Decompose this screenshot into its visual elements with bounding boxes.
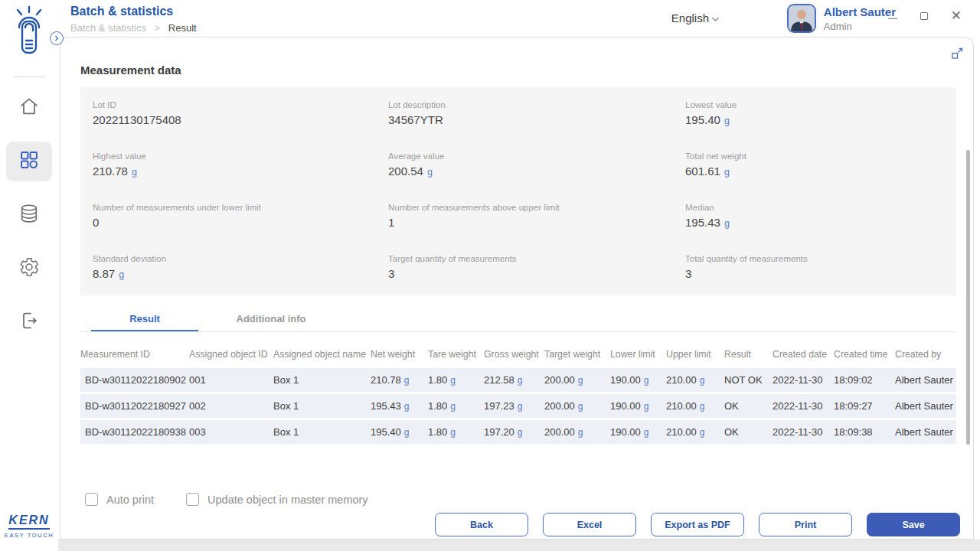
cell-created-date: 2022-11-30: [773, 400, 834, 412]
field-value: 3: [685, 267, 956, 280]
cell-object-id: 002: [189, 400, 273, 412]
field-value: 20221130175408: [93, 113, 388, 126]
auto-print-label: Auto print: [106, 494, 154, 506]
cell-net-weight: 210.78g: [371, 374, 428, 386]
field-value: 0: [93, 216, 388, 229]
window-controls: ✕: [888, 12, 962, 20]
options-row: Auto print Update object in master memor…: [85, 493, 368, 506]
table-body: BD-w30112022180902 001 Box 1 210.78g 1.8…: [80, 368, 956, 444]
cell-upper-limit: 210.00g: [666, 426, 724, 438]
tab-additional-info[interactable]: Additional info: [198, 309, 344, 331]
cell-created-date: 2022-11-30: [773, 426, 834, 438]
cell-net-weight: 195.43g: [371, 400, 428, 412]
sidebar-item-apps[interactable]: [6, 142, 52, 181]
table-column-header: Created by: [895, 349, 956, 360]
table-column-header: Target weight: [544, 349, 610, 360]
maximize-button[interactable]: [920, 12, 928, 20]
cell-lower-limit: 190.00g: [610, 426, 666, 438]
cell-upper-limit: 210.00g: [666, 400, 724, 412]
sidebar-item-logout[interactable]: [6, 302, 52, 342]
excel-button[interactable]: Excel: [543, 513, 636, 536]
chevron-down-icon: [711, 11, 720, 24]
export-pdf-button[interactable]: Export as PDF: [651, 513, 744, 536]
cell-net-weight: 195.40g: [371, 426, 428, 438]
tab-result[interactable]: Result: [91, 309, 198, 331]
summary-field: Lot ID 20221130175408: [93, 100, 388, 152]
table-row[interactable]: BD-w30112022180927 002 Box 1 195.43g 1.8…: [80, 394, 956, 418]
sidebar-item-home[interactable]: [6, 88, 52, 128]
table-column-header: Net weight: [371, 349, 428, 360]
content-card: Measurement data Lot ID 20221130175408 L…: [60, 37, 974, 540]
cell-result: NOT OK: [724, 374, 773, 386]
table-column-header: Assigned object name: [273, 349, 371, 360]
apps-grid-icon: [18, 149, 40, 174]
minimize-button[interactable]: [888, 13, 897, 19]
cell-measurement-id: BD-w30112022180938: [80, 426, 189, 438]
expand-fullscreen-icon[interactable]: [951, 47, 964, 63]
cell-object-name: Box 1: [273, 374, 371, 386]
summary-field: Standard deviation 8.87g: [93, 254, 388, 305]
measurements-table: Measurement IDAssigned object IDAssigned…: [80, 344, 956, 446]
unit-label: g: [132, 167, 137, 178]
section-title: Measurement data: [80, 64, 181, 77]
cell-object-name: Box 1: [273, 400, 371, 412]
field-value: 601.61g: [685, 165, 956, 178]
print-button[interactable]: Print: [759, 513, 852, 536]
sidebar-item-settings[interactable]: [6, 249, 52, 289]
kern-logo-text: KERN: [8, 514, 49, 530]
summary-field: Number of measurements above upper limit…: [388, 203, 685, 254]
unit-label: g: [724, 218, 730, 229]
save-button[interactable]: Save: [867, 513, 960, 536]
cell-object-id: 001: [189, 374, 273, 386]
summary-field: Number of measurements under lower limit…: [93, 203, 388, 254]
sidebar-expand-button[interactable]: [50, 31, 64, 45]
field-value: 200.54g: [388, 165, 685, 178]
cell-created-date: 2022-11-30: [773, 374, 834, 386]
table-row[interactable]: BD-w30112022180902 001 Box 1 210.78g 1.8…: [80, 368, 956, 392]
language-selector[interactable]: English: [671, 11, 720, 24]
vertical-scrollbar[interactable]: [966, 150, 970, 445]
user-role: Admin: [824, 21, 896, 32]
back-button[interactable]: Back: [435, 513, 528, 536]
field-label: Total quantity of measurements: [685, 254, 956, 263]
cell-object-name: Box 1: [273, 426, 371, 438]
close-button[interactable]: ✕: [951, 12, 962, 20]
cell-tare-weight: 1.80g: [428, 400, 484, 412]
field-label: Standard deviation: [93, 254, 388, 263]
table-row[interactable]: BD-w30112022180938 003 Box 1 195.40g 1.8…: [80, 420, 956, 444]
field-value: 1: [388, 216, 685, 229]
unit-label: g: [119, 269, 124, 280]
tab-bar: Result Additional info: [80, 309, 956, 332]
field-value: 195.40g: [685, 113, 956, 126]
cell-object-id: 003: [189, 426, 273, 438]
unit-label: g: [724, 116, 730, 126]
kern-logo-subtext: EASY TOUCH: [0, 532, 58, 539]
table-column-header: Result: [724, 349, 773, 360]
cell-target-weight: 200.00g: [544, 426, 610, 438]
table-column-header: Gross weight: [484, 349, 544, 360]
cell-tare-weight: 1.80g: [428, 426, 484, 438]
unit-label: g: [427, 167, 433, 178]
field-label: Number of measurements under lower limit: [93, 203, 388, 212]
user-menu[interactable]: Albert Sauter Admin: [787, 4, 896, 33]
cell-measurement-id: BD-w30112022180927: [80, 400, 189, 412]
table-header-row: Measurement IDAssigned object IDAssigned…: [80, 344, 956, 365]
auto-print-checkbox[interactable]: [85, 493, 98, 506]
cell-created-time: 18:09:27: [834, 400, 895, 412]
measurement-summary-panel: Lot ID 20221130175408 Lot description 34…: [80, 87, 956, 295]
cell-gross-weight: 212.58g: [484, 374, 544, 386]
auto-print-option: Auto print: [85, 493, 154, 506]
breadcrumb-separator: >: [155, 22, 161, 34]
field-value: 34567YTR: [388, 113, 685, 126]
sidebar-item-database[interactable]: [6, 195, 52, 235]
table-column-header: Upper limit: [666, 349, 724, 360]
summary-field: Average value 200.54g: [388, 152, 685, 203]
field-label: Target quantity of measurements: [388, 254, 685, 263]
breadcrumb-parent[interactable]: Batch & statistics: [70, 22, 146, 34]
update-object-checkbox[interactable]: [186, 493, 199, 506]
cell-result: OK: [724, 400, 773, 412]
summary-field: Highest value 210.78g: [93, 152, 388, 203]
cell-upper-limit: 210.00g: [666, 374, 724, 386]
field-value: 210.78g: [93, 165, 388, 178]
home-icon: [18, 96, 40, 120]
